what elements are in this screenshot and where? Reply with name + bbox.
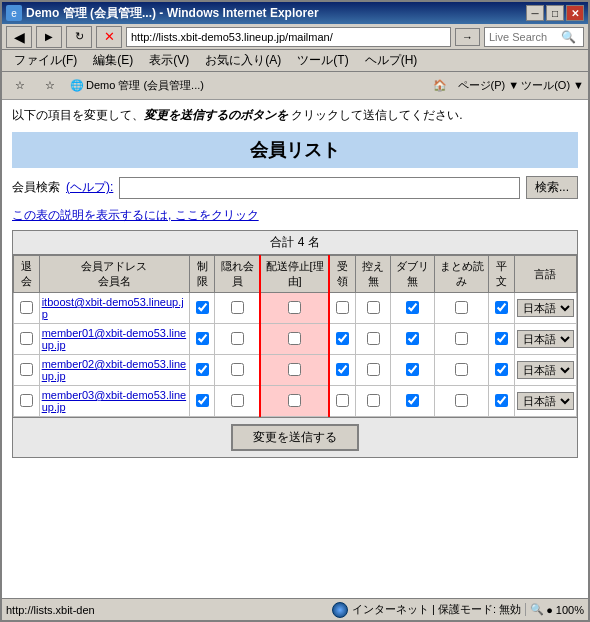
menu-bar: ファイル(F) 編集(E) 表示(V) お気に入り(A) ツール(T) ヘルプ(… — [2, 50, 588, 72]
header-conceal: 隠れ会員 — [215, 256, 260, 293]
tab-label: Demo 管理 (会員管理...) — [86, 78, 422, 93]
live-search-input[interactable] — [489, 31, 559, 43]
address-input[interactable] — [126, 27, 451, 47]
member-link[interactable]: member02@xbit-demo53.lineup.jp — [42, 358, 186, 382]
go-button[interactable]: → — [455, 28, 480, 46]
zoom-icon: 🔍 — [530, 603, 544, 616]
header-unsubscribe: 退会 — [14, 256, 40, 293]
header-digest: まとめ読み — [435, 256, 489, 293]
browser-window: e Demo 管理 (会員管理...) - Windows Internet E… — [0, 0, 590, 622]
stop-button[interactable]: ✕ — [96, 26, 122, 48]
language-select[interactable]: 日本語 — [517, 299, 574, 317]
address-bar: ◀ ▶ ↻ ✕ → 🔍 — [2, 24, 588, 50]
instruction-part2: クリックして送信してください. — [288, 108, 463, 122]
search-help-link[interactable]: (ヘルプ): — [66, 179, 113, 196]
title-bar: e Demo 管理 (会員管理...) - Windows Internet E… — [2, 2, 588, 24]
header-moderated: 制限 — [189, 256, 215, 293]
language-select[interactable]: 日本語 — [517, 392, 574, 410]
page-title: 会員リスト — [12, 132, 578, 168]
submit-button[interactable]: 変更を送信する — [231, 424, 359, 451]
search-label: 会員検索 — [12, 179, 60, 196]
menu-file[interactable]: ファイル(F) — [6, 50, 85, 71]
title-bar-left: e Demo 管理 (会員管理...) - Windows Internet E… — [6, 5, 319, 22]
add-favorites-button[interactable]: ☆ — [36, 76, 64, 95]
ie-icon: e — [6, 5, 22, 21]
header-language: 言語 — [514, 256, 576, 293]
status-zoom: 🔍 ● 100% — [525, 603, 584, 616]
language-select[interactable]: 日本語 — [517, 330, 574, 348]
page-content: 以下の項目を変更して、変更を送信するのボタンを クリックして送信してください. … — [2, 100, 588, 598]
table-row: itboost@xbit-demo53.lineup.jp日本語 — [14, 293, 577, 324]
total-count: 合計 4 名 — [13, 231, 577, 255]
tools-label: ツール(O) ▼ — [521, 78, 584, 93]
header-notmetoo: 控え無 — [356, 256, 391, 293]
maximize-button[interactable]: □ — [546, 5, 564, 21]
header-nodupes: ダブリ無 — [391, 256, 435, 293]
member-link[interactable]: member03@xbit-demo53.lineup.jp — [42, 389, 186, 413]
language-select[interactable]: 日本語 — [517, 361, 574, 379]
tab-icon: 🌐 — [70, 79, 84, 92]
minimize-button[interactable]: ─ — [526, 5, 544, 21]
table-header-row: 退会 会員アドレス会員名 制限 隠れ会員 配送停止[理由] 受領 控え無 ダブリ… — [14, 256, 577, 293]
window-title: Demo 管理 (会員管理...) - Windows Internet Exp… — [26, 5, 319, 22]
globe-icon — [332, 602, 348, 618]
status-url: http://lists.xbit-den — [6, 604, 328, 616]
header-ack: 受領 — [329, 256, 355, 293]
refresh-button[interactable]: ↻ — [66, 26, 92, 48]
member-link[interactable]: itboost@xbit-demo53.lineup.jp — [42, 296, 184, 320]
search-input[interactable] — [119, 177, 520, 199]
menu-tools[interactable]: ツール(T) — [289, 50, 356, 71]
search-button[interactable]: 検索... — [526, 176, 578, 199]
search-row: 会員検索 (ヘルプ): 検索... — [12, 176, 578, 199]
status-zone: インターネット | 保護モード: 無効 — [332, 602, 521, 618]
back-button[interactable]: ◀ — [6, 26, 32, 48]
instruction-bold: 変更を送信するのボタンを — [144, 108, 288, 122]
submit-row: 変更を送信する — [13, 417, 577, 457]
explain-link[interactable]: この表の説明を表示するには, ここをクリック — [12, 207, 578, 224]
table-row: member02@xbit-demo53.lineup.jp日本語 — [14, 355, 577, 386]
member-table: 退会 会員アドレス会員名 制限 隠れ会員 配送停止[理由] 受領 控え無 ダブリ… — [13, 255, 577, 417]
instruction-part1: 以下の項目を変更して、 — [12, 108, 144, 122]
menu-favorites[interactable]: お気に入り(A) — [197, 50, 289, 71]
toolbar: ☆ ☆ 🌐 Demo 管理 (会員管理...) 🏠 ページ(P) ▼ ツール(O… — [2, 72, 588, 100]
member-link[interactable]: member01@xbit-demo53.lineup.jp — [42, 327, 186, 351]
favorites-star-button[interactable]: ☆ — [6, 76, 34, 95]
forward-button[interactable]: ▶ — [36, 26, 62, 48]
status-zone-text: インターネット | 保護モード: 無効 — [352, 602, 521, 617]
close-button[interactable]: ✕ — [566, 5, 584, 21]
zoom-level: ● 100% — [546, 604, 584, 616]
instruction-text: 以下の項目を変更して、変更を送信するのボタンを クリックして送信してください. — [12, 106, 578, 124]
table-row: member03@xbit-demo53.lineup.jp日本語 — [14, 386, 577, 417]
live-search-box[interactable]: 🔍 — [484, 27, 584, 47]
home-button[interactable]: 🏠 — [424, 76, 456, 95]
menu-help[interactable]: ヘルプ(H) — [357, 50, 426, 71]
header-nomail: 配送停止[理由] — [260, 256, 330, 293]
page-inner: 以下の項目を変更して、変更を送信するのボタンを クリックして送信してください. … — [2, 100, 588, 598]
menu-edit[interactable]: 編集(E) — [85, 50, 141, 71]
header-plain: 平文 — [489, 256, 515, 293]
menu-view[interactable]: 表示(V) — [141, 50, 197, 71]
title-bar-buttons: ─ □ ✕ — [526, 5, 584, 21]
page-tools-label: ページ(P) ▼ — [458, 78, 520, 93]
header-member: 会員アドレス会員名 — [39, 256, 189, 293]
status-bar: http://lists.xbit-den インターネット | 保護モード: 無… — [2, 598, 588, 620]
search-icon: 🔍 — [561, 30, 576, 44]
member-table-wrapper: 合計 4 名 退会 会員アドレス会員名 制限 隠れ会員 配送停止[理由] 受領 … — [12, 230, 578, 458]
table-row: member01@xbit-demo53.lineup.jp日本語 — [14, 324, 577, 355]
